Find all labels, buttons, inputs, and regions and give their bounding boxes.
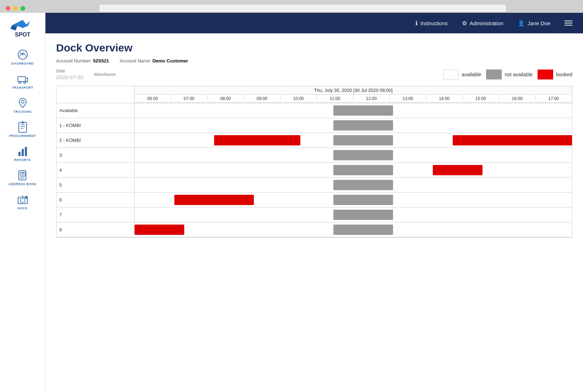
gantt-row-label: 4 [56, 163, 135, 177]
legend-not-available-label: not available [505, 72, 533, 77]
gantt-hour: 07:00 [171, 95, 208, 103]
account-number-value: 52S521 [93, 58, 109, 64]
gantt-row-label: 1 - KOMBI [56, 118, 135, 133]
gantt-row: 5 [56, 178, 572, 193]
gantt-row: 8 [56, 222, 572, 237]
date-filter: Date 2020-07-30 [56, 68, 83, 80]
gantt-row: 7 [56, 208, 572, 222]
legend-not-available-box [486, 70, 502, 79]
sidebar-item-reports[interactable]: Reports [0, 141, 45, 165]
gantt-date-header: Thu, July 30, 2020 [30 Jul 2020 08:00] [135, 86, 572, 95]
svg-marker-1 [10, 25, 17, 31]
logo: SPOT [7, 16, 39, 41]
gantt-row: 6 [56, 193, 572, 208]
gantt-block-red[interactable] [433, 165, 483, 175]
gantt-block-gray[interactable] [333, 180, 393, 190]
close-button[interactable] [6, 6, 10, 11]
gantt-hour: 13:00 [390, 95, 426, 103]
sidebar-item-address-book[interactable]: Address Book [0, 165, 45, 189]
sidebar-item-tracking-label: Tracking [13, 110, 32, 114]
gantt-row-label: 2 - KOMBI [56, 133, 135, 148]
gantt-hour: 08:00 [207, 95, 244, 103]
user-nav-item[interactable]: 👤 Jane Doe [518, 20, 550, 27]
account-name-label: Account Name: Demo Customer [120, 58, 188, 64]
address-bar[interactable] [99, 4, 506, 12]
svg-point-6 [19, 81, 21, 83]
legend-available-label: available [462, 72, 481, 77]
instructions-label: Instructions [420, 20, 448, 26]
date-value[interactable]: 2020-07-30 [56, 74, 83, 80]
legend-booked: booked [538, 70, 572, 79]
sidebar-item-dashboard[interactable]: Dashboard [0, 45, 45, 69]
administration-nav-item[interactable]: ⚙ Administration [462, 20, 503, 27]
instructions-nav-item[interactable]: ℹ Instructions [415, 20, 448, 27]
gantt-row-timeline[interactable] [135, 208, 572, 222]
nav-diagonal [45, 13, 88, 33]
gantt-block-gray[interactable] [333, 150, 393, 160]
gantt-row-timeline[interactable] [135, 178, 572, 192]
hamburger-line-3 [565, 25, 572, 26]
legend-available-box [443, 70, 459, 79]
page-content: Dock Overview Account Number: 52S521 Acc… [45, 33, 583, 392]
gantt-block-gray[interactable] [333, 105, 393, 116]
gantt-hour: 15:00 [463, 95, 499, 103]
gantt-row: 3 [56, 148, 572, 163]
gantt-block-gray[interactable] [333, 195, 393, 205]
sidebar-item-dashboard-label: Dashboard [11, 62, 34, 65]
gantt-rows: Available1 - KOMBI2 - KOMBI345678 [56, 103, 572, 237]
gantt-row-timeline[interactable] [135, 163, 572, 177]
dashboard-icon [16, 48, 29, 61]
gantt-row-timeline[interactable] [135, 118, 572, 133]
gantt-row: 2 - KOMBI [56, 133, 572, 148]
maximize-button[interactable] [21, 6, 25, 11]
gantt-row-timeline[interactable] [135, 222, 572, 237]
app-container: SPOT Dashboard [0, 13, 583, 392]
account-number-label: Account Number: 52S521 [56, 58, 109, 64]
gantt-row-label: 6 [56, 193, 135, 207]
gantt-hour: 09:00 [244, 95, 280, 103]
legend-not-available: not available [486, 70, 533, 79]
gantt-block-red[interactable] [174, 195, 254, 205]
gantt-block-gray[interactable] [333, 120, 393, 131]
administration-label: Administration [470, 20, 503, 26]
hamburger-menu[interactable] [565, 21, 572, 26]
address-book-icon [16, 169, 29, 182]
sidebar-item-transport-label: Transport [12, 86, 33, 89]
gantt-row-timeline[interactable] [135, 193, 572, 207]
gantt-row-timeline[interactable] [135, 148, 572, 162]
gantt-block-gray[interactable] [333, 135, 393, 145]
gantt-hour: 06:00 [135, 95, 171, 103]
gantt-timeline-header: Thu, July 30, 2020 [30 Jul 2020 08:00] 0… [135, 86, 572, 103]
top-nav: ℹ Instructions ⚙ Administration 👤 Jane D… [45, 13, 583, 33]
gantt-block-gray[interactable] [333, 165, 393, 175]
gantt-row-timeline[interactable] [135, 103, 572, 118]
gantt-row-timeline[interactable] [135, 133, 572, 148]
sidebar-item-dock[interactable]: Dock [0, 189, 45, 214]
svg-point-4 [22, 54, 23, 55]
procurement-icon [16, 121, 29, 133]
window-chrome [0, 0, 583, 13]
dock-icon [16, 193, 29, 206]
main-content: ℹ Instructions ⚙ Administration 👤 Jane D… [45, 13, 583, 392]
gantt-row-label: 5 [56, 178, 135, 192]
svg-rect-5 [18, 77, 26, 82]
gantt-hour: 11:00 [317, 95, 353, 103]
account-name-value: Demo Customer [152, 58, 188, 64]
gantt-block-red[interactable] [135, 225, 184, 235]
page-title: Dock Overview [56, 42, 572, 54]
gantt-block-gray[interactable] [333, 225, 393, 235]
sidebar-item-procurement[interactable]: Procurement [0, 117, 45, 141]
gantt-block-gray[interactable] [333, 210, 393, 220]
sidebar-item-transport[interactable]: Transport [0, 69, 45, 93]
hamburger-line-1 [565, 21, 572, 21]
gantt-block-red[interactable] [214, 135, 300, 145]
gantt-row-label: 8 [56, 222, 135, 237]
sidebar-item-tracking[interactable]: Tracking [0, 93, 45, 117]
svg-rect-11 [18, 152, 21, 156]
svg-rect-18 [21, 199, 25, 202]
minimize-button[interactable] [13, 6, 18, 11]
gantt-hour: 14:00 [426, 95, 463, 103]
gantt-block-red[interactable] [453, 135, 572, 145]
reports-icon [16, 145, 29, 158]
user-label: Jane Doe [528, 20, 550, 26]
